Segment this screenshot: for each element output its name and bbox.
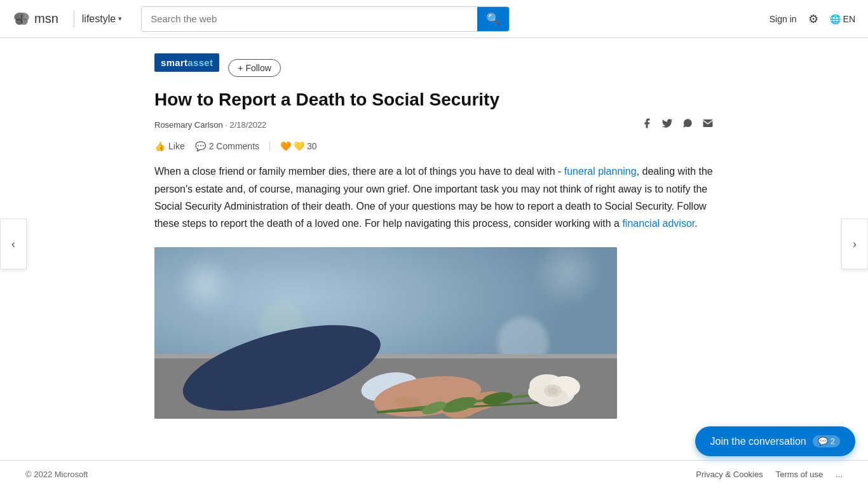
right-arrow-icon: ›	[853, 238, 857, 251]
article-main: smartasset + Follow How to Report a Deat…	[129, 38, 739, 438]
email-share-icon[interactable]	[702, 118, 714, 132]
like-button[interactable]: 👍 Like	[154, 141, 185, 151]
comment-icon: 💬	[195, 141, 206, 151]
conversation-count-badge: 💬 2	[813, 435, 840, 438]
actions-row: 👍 Like 💬 2 Comments 🧡 💛 30	[154, 141, 714, 151]
article-body: When a close friend or family member die…	[154, 163, 714, 232]
article-image-bg	[154, 247, 617, 419]
search-container: 🔍	[141, 6, 510, 32]
language-label: EN	[843, 14, 855, 24]
conversation-count: 2	[831, 437, 835, 438]
article-author-date: Rosemary Carlson · 2/18/2022	[154, 120, 266, 130]
msn-logo[interactable]: msn	[13, 10, 58, 28]
search-icon: 🔍	[486, 12, 500, 26]
whatsapp-share-icon[interactable]	[682, 118, 693, 132]
join-conversation-label: Join the conversation	[710, 436, 806, 438]
body-text-3: .	[695, 218, 697, 229]
publish-date: 2/18/2022	[230, 120, 267, 130]
lifestyle-nav[interactable]: lifestyle ▾	[82, 13, 122, 25]
share-icons-row	[641, 118, 714, 132]
msn-butterfly-icon	[13, 10, 31, 28]
body-text-1: When a close friend or family member die…	[154, 166, 564, 177]
chevron-down-icon: ▾	[118, 15, 122, 23]
left-arrow-icon: ‹	[11, 238, 15, 251]
source-logo[interactable]: smartasset	[154, 57, 219, 68]
chat-icon: 💬	[818, 437, 828, 438]
source-row: smartasset + Follow	[154, 57, 714, 78]
search-input[interactable]	[142, 8, 477, 29]
funeral-planning-link[interactable]: funeral planning	[564, 166, 637, 177]
svg-point-33	[548, 387, 558, 395]
svg-point-6	[177, 257, 234, 314]
article-image-svg	[154, 247, 617, 419]
emoji-reactions[interactable]: 🧡 💛 30	[280, 141, 317, 151]
article-image	[154, 247, 617, 419]
globe-icon: 🌐	[830, 14, 841, 24]
sign-in-button[interactable]: Sign in	[770, 14, 797, 24]
heart-emoji: 🧡	[280, 141, 291, 151]
asset-text: asset	[187, 57, 213, 68]
gear-icon[interactable]: ⚙	[808, 12, 818, 26]
comments-button[interactable]: 💬 2 Comments	[195, 141, 259, 151]
header-divider	[74, 10, 74, 28]
actions-divider	[269, 141, 270, 151]
like-label: Like	[168, 141, 185, 151]
facebook-share-icon[interactable]	[641, 118, 653, 132]
article-title: How to Report a Death to Social Security	[154, 88, 714, 111]
join-conversation-button[interactable]: Join the conversation 💬 2	[695, 426, 855, 438]
prev-arrow-button[interactable]: ‹	[0, 219, 27, 269]
category-label: lifestyle	[82, 13, 116, 25]
follow-button[interactable]: + Follow	[228, 59, 281, 77]
search-button[interactable]: 🔍	[477, 7, 509, 31]
smart-text: smart	[161, 57, 187, 68]
reactions-count: 30	[307, 141, 317, 151]
header: msn lifestyle ▾ 🔍 Sign in ⚙ 🌐 EN	[0, 0, 868, 38]
twitter-share-icon[interactable]	[661, 118, 673, 132]
author-name: Rosemary Carlson	[154, 120, 223, 130]
follow-label: Follow	[245, 63, 271, 73]
article-meta: Rosemary Carlson · 2/18/2022	[154, 118, 714, 132]
like-icon: 👍	[154, 141, 165, 151]
header-right: Sign in ⚙ 🌐 EN	[770, 12, 855, 26]
language-selector[interactable]: 🌐 EN	[830, 14, 855, 24]
financial-advisor-link[interactable]: financial advisor	[622, 218, 695, 229]
meta-separator: ·	[225, 120, 229, 130]
plus-icon: +	[238, 63, 243, 73]
msn-text: msn	[34, 11, 58, 26]
comments-label: 2 Comments	[209, 141, 259, 151]
next-arrow-button[interactable]: ›	[841, 219, 868, 269]
smartasset-logo-text: smartasset	[154, 53, 219, 72]
heart-emoji-2: 💛	[294, 141, 304, 151]
